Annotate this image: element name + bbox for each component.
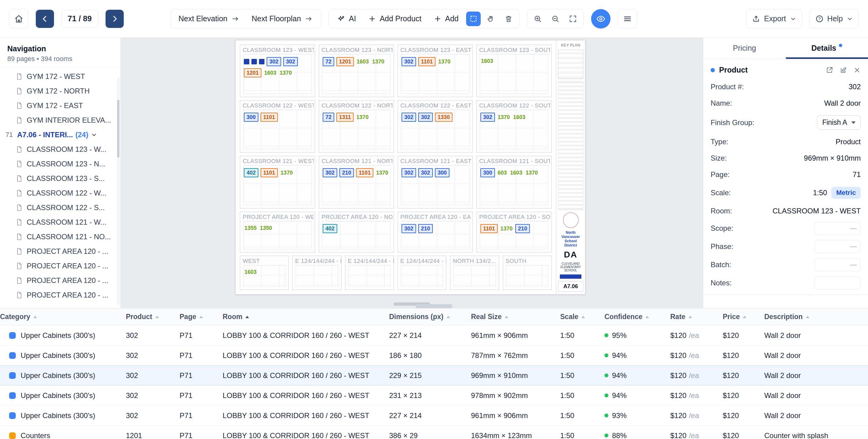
annotation-tag[interactable]: 1603	[513, 113, 526, 121]
annotation-tag[interactable]: 1603	[244, 268, 257, 276]
elevation-cell[interactable]: CLASSROOM 122 - EAST 302 302 1330	[398, 100, 473, 153]
annotation-tag[interactable]: 1603	[509, 169, 523, 177]
sidebar-page-item[interactable]: GYM INTERIOR ELEVA...	[0, 113, 120, 127]
annotation-tag[interactable]: 302	[267, 57, 281, 66]
menu-button[interactable]	[618, 9, 637, 29]
visibility-toggle-button[interactable]	[591, 9, 611, 29]
marquee-select-tool[interactable]	[466, 11, 481, 26]
column-header[interactable]: Price	[723, 313, 764, 321]
column-header[interactable]: Scale	[560, 313, 604, 321]
close-button[interactable]	[854, 66, 861, 74]
annotation-tag[interactable]: 302	[480, 113, 495, 122]
elevation-cell[interactable]: CLASSROOM 121 - NORTH 302 210 110	[319, 156, 394, 208]
annotation-tag[interactable]: 72	[323, 113, 334, 122]
table-resize-handle[interactable]	[415, 304, 453, 308]
panel-tab[interactable]: Pricing	[703, 38, 786, 59]
table-row[interactable]: Upper Cabinets (300's) 302 P71 LOBBY 100…	[0, 325, 868, 346]
sidebar-page-item[interactable]: CLASSROOM 122 - S...	[0, 200, 120, 215]
annotation-tag[interactable]: 300	[480, 168, 495, 177]
drawing-canvas[interactable]: CLASSROOM 123 - WEST	[121, 38, 703, 308]
annotation-tag[interactable]: 300	[435, 168, 450, 177]
annotation-tag[interactable]: 1101	[418, 57, 436, 66]
elevation-cell[interactable]: CLASSROOM 121 - EAST 302 302 300	[398, 156, 473, 208]
annotation-tag[interactable]: 302	[402, 57, 416, 66]
edit-button[interactable]	[839, 66, 847, 74]
annotation-tag[interactable]: 302	[323, 168, 337, 177]
elevation-cell[interactable]: SOUTH	[503, 256, 552, 290]
sidebar-page-item[interactable]: PROJECT AREA 120 - ...	[0, 259, 120, 273]
elevation-cell[interactable]: PROJECT AREA 120 - EAST 302 210	[398, 212, 473, 253]
sidebar-page-item[interactable]: PROJECT AREA 120 - ...	[0, 273, 120, 288]
table-row[interactable]: Counters 1201 P71 LOBBY 100 & CORRIDOR 1…	[0, 426, 868, 439]
sidebar-page-item[interactable]: GYM 172 - EAST	[0, 98, 120, 113]
table-row[interactable]: Upper Cabinets (300's) 302 P71 LOBBY 100…	[0, 365, 868, 386]
annotation-tag[interactable]	[251, 59, 257, 64]
field-value[interactable]: Finish A	[817, 115, 861, 129]
annotation-tag[interactable]: 1370	[279, 69, 292, 77]
sidebar-page-item[interactable]: CLASSROOM 121 - W...	[0, 215, 120, 230]
column-header[interactable]: Dimensions (px)	[389, 313, 471, 321]
next-floorplan-button[interactable]: Next Floorplan	[246, 9, 319, 28]
sidebar-page-item[interactable]: GYM 172 - NORTH	[0, 84, 120, 98]
annotation-tag[interactable]: 210	[418, 224, 433, 233]
elevation-cell[interactable]: PROJECT AREA 120 - SOUTH 1101 1370	[476, 212, 552, 253]
annotation-tag[interactable]: 1311	[336, 113, 353, 122]
column-header[interactable]: Confidence	[604, 313, 670, 321]
next-page-button[interactable]	[105, 10, 124, 28]
export-button[interactable]: Export	[746, 9, 802, 29]
sidebar-scrollbar[interactable]	[117, 100, 120, 157]
elevation-cell[interactable]: CLASSROOM 122 - NORTH 72 1311 137	[319, 100, 394, 153]
sidebar-page-item[interactable]: CLASSROOM 123 - N...	[0, 157, 120, 171]
elevation-cell[interactable]: CLASSROOM 121 - WEST 402 1101 137	[240, 156, 315, 208]
annotation-tag[interactable]: 1201	[336, 57, 354, 66]
annotation-tag[interactable]: 1370	[525, 169, 538, 177]
delete-tool[interactable]	[501, 11, 516, 26]
annotation-tag[interactable]: 1370	[280, 169, 293, 177]
next-elevation-button[interactable]: Next Elevation	[173, 9, 246, 28]
annotation-tag[interactable]: 1350	[259, 224, 273, 232]
annotation-tag[interactable]: 72	[323, 57, 334, 66]
annotation-tag[interactable]: 1330	[435, 113, 453, 122]
annotation-tag[interactable]: 1603	[264, 69, 277, 77]
annotation-tag[interactable]: 1370	[375, 169, 389, 177]
annotation-tag[interactable]: 1370	[356, 113, 369, 121]
table-row[interactable]: Upper Cabinets (300's) 302 P71 LOBBY 100…	[0, 386, 868, 406]
column-header[interactable]: Room	[223, 313, 389, 321]
home-button[interactable]	[9, 9, 29, 29]
metric-badge[interactable]: Metric	[831, 187, 861, 199]
prev-page-button[interactable]	[36, 10, 54, 28]
sidebar-page-item[interactable]: GYM 172 - WEST	[0, 69, 120, 84]
add-button[interactable]: Add	[428, 9, 465, 28]
annotation-tag[interactable]: 302	[418, 113, 433, 122]
annotation-tag[interactable]: 302	[402, 224, 416, 233]
annotation-tag[interactable]: 1101	[480, 224, 498, 233]
field-input[interactable]	[815, 258, 861, 271]
ai-button[interactable]: AI	[331, 9, 362, 28]
annotation-tag[interactable]: 603	[497, 169, 507, 177]
annotation-tag[interactable]: 1201	[244, 68, 261, 78]
elevation-cell[interactable]: E 124/144/244 - SOUTH	[398, 256, 446, 290]
annotation-tag[interactable]	[244, 59, 249, 64]
sidebar-page-item[interactable]: CLASSROOM 123 - W...	[0, 142, 120, 157]
annotation-tag[interactable]: 1370	[497, 113, 510, 121]
annotation-tag[interactable]: 210	[339, 168, 354, 177]
column-header[interactable]: Rate	[670, 313, 723, 321]
column-header[interactable]: Real Size	[471, 313, 560, 321]
sidebar-page-item[interactable]: PROJECT AREA 120 - ...	[0, 244, 120, 259]
annotation-tag[interactable]: 302	[418, 168, 433, 177]
elevation-cell[interactable]: CLASSROOM 121 - SOUTH 300 603 160	[476, 156, 552, 208]
annotation-tag[interactable]: 302	[402, 168, 416, 177]
annotation-tag[interactable]: 302	[283, 57, 298, 66]
panel-tab[interactable]: Details	[786, 38, 868, 59]
annotation-tag[interactable]: 302	[402, 113, 416, 122]
elevation-cell[interactable]: CLASSROOM 123 - EAST 302 1101 137	[398, 45, 473, 97]
annotation-tag[interactable]: 1603	[480, 57, 494, 65]
field-input[interactable]	[815, 240, 861, 253]
elevation-cell[interactable]: NORTH 134/2...	[450, 256, 499, 290]
add-product-button[interactable]: Add Product	[362, 9, 428, 28]
annotation-tag[interactable]: 1101	[356, 168, 373, 177]
annotation-tag[interactable]	[259, 59, 265, 64]
elevation-cell[interactable]: E 124/144/244 - EAST	[345, 256, 394, 290]
elevation-cell[interactable]: CLASSROOM 123 - SOUTH 1603	[476, 45, 552, 97]
elevation-cell[interactable]: CLASSROOM 123 - NORTH 72 1201 160	[319, 45, 394, 97]
